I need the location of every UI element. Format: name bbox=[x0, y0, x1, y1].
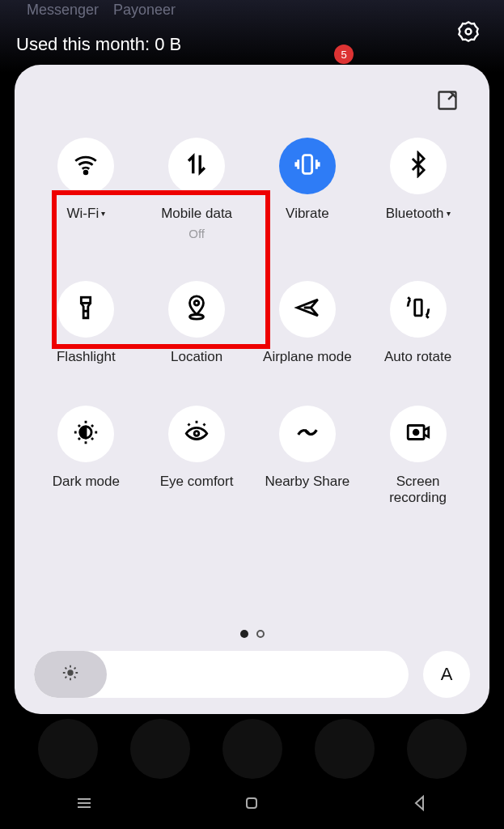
navigation-bar bbox=[0, 780, 504, 829]
dark-mode-icon bbox=[72, 419, 100, 449]
bluetooth-toggle[interactable] bbox=[390, 138, 447, 194]
wifi-toggle[interactable] bbox=[57, 138, 114, 194]
screen-recording-icon bbox=[404, 419, 432, 449]
notification-badge: 5 bbox=[334, 45, 354, 64]
svg-point-5 bbox=[194, 301, 199, 306]
auto-rotate-label: Auto rotate bbox=[384, 349, 451, 365]
screen-recording-label: Screen recording bbox=[389, 474, 447, 507]
svg-rect-13 bbox=[247, 798, 256, 808]
wifi-label[interactable]: Wi-Fi▾ bbox=[67, 206, 106, 222]
auto-rotate-icon bbox=[404, 294, 432, 325]
brightness-thumb[interactable] bbox=[34, 651, 107, 698]
screen-recording-toggle[interactable] bbox=[390, 406, 447, 462]
nearby-share-icon bbox=[294, 419, 321, 449]
nearby-share-label: Nearby Share bbox=[265, 474, 349, 490]
dark-mode-toggle[interactable] bbox=[57, 406, 114, 462]
recent-apps-button[interactable] bbox=[74, 793, 94, 816]
airplane-label: Airplane mode bbox=[263, 349, 352, 365]
settings-gear-icon[interactable] bbox=[457, 20, 480, 46]
bg-app: Messenger bbox=[27, 2, 99, 19]
svg-point-9 bbox=[194, 432, 199, 436]
svg-point-11 bbox=[413, 430, 418, 435]
back-button[interactable] bbox=[410, 793, 430, 816]
eye-comfort-toggle[interactable] bbox=[168, 406, 225, 462]
brightness-icon bbox=[61, 664, 79, 685]
location-toggle[interactable] bbox=[168, 281, 225, 338]
dark-mode-label: Dark mode bbox=[53, 474, 120, 490]
bluetooth-icon bbox=[404, 151, 432, 181]
svg-point-2 bbox=[85, 171, 88, 174]
mobile-data-icon bbox=[183, 151, 210, 181]
location-label: Location bbox=[171, 349, 222, 365]
edit-tiles-icon[interactable] bbox=[436, 89, 459, 115]
nearby-share-toggle[interactable] bbox=[279, 406, 336, 462]
flashlight-label: Flashlight bbox=[57, 349, 116, 365]
svg-rect-3 bbox=[303, 155, 311, 174]
auto-brightness-button[interactable]: A bbox=[423, 651, 470, 698]
mobile-data-label: Mobile data bbox=[161, 206, 232, 222]
airplane-icon bbox=[294, 294, 321, 325]
vibrate-icon bbox=[294, 151, 321, 181]
location-icon bbox=[183, 294, 210, 325]
page-dot-active bbox=[240, 630, 248, 638]
bluetooth-label[interactable]: Bluetooth▾ bbox=[386, 206, 451, 222]
quick-settings-panel: Wi-Fi▾ Mobile data Off Vibrate bbox=[15, 65, 489, 714]
home-button[interactable] bbox=[242, 793, 261, 816]
mobile-data-status: Off bbox=[188, 227, 205, 240]
flashlight-toggle[interactable] bbox=[57, 281, 114, 338]
bg-app: Payoneer bbox=[113, 2, 176, 19]
eye-comfort-icon bbox=[183, 419, 210, 449]
data-usage-text: Used this month: 0 B bbox=[16, 34, 181, 55]
flashlight-icon bbox=[72, 294, 100, 325]
page-indicator[interactable] bbox=[31, 620, 473, 648]
brightness-slider[interactable] bbox=[34, 651, 409, 698]
wifi-icon bbox=[72, 151, 100, 181]
vibrate-label: Vibrate bbox=[286, 206, 329, 222]
sound-mode-toggle[interactable] bbox=[279, 138, 336, 194]
airplane-mode-toggle[interactable] bbox=[279, 281, 336, 338]
svg-rect-4 bbox=[82, 297, 91, 303]
svg-rect-7 bbox=[414, 300, 421, 316]
mobile-data-toggle[interactable] bbox=[168, 138, 225, 194]
svg-point-6 bbox=[190, 315, 204, 320]
svg-point-0 bbox=[466, 29, 472, 35]
eye-comfort-label: Eye comfort bbox=[160, 474, 234, 490]
auto-rotate-toggle[interactable] bbox=[390, 281, 447, 338]
background-dock bbox=[0, 719, 504, 779]
svg-point-12 bbox=[67, 670, 73, 675]
page-dot-inactive bbox=[256, 630, 265, 638]
